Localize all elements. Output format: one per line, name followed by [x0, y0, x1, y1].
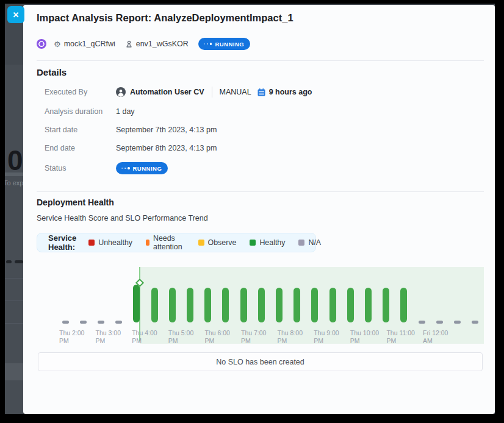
details-heading: Details	[37, 67, 67, 77]
report-meta-row: ⚙ mock1_qCRfwi env1_wGsKOR RUNNING	[37, 38, 250, 50]
monitored-service: ⚙ mock1_qCRfwi	[54, 40, 115, 48]
slo-empty-state: No SLO has been created	[38, 352, 483, 371]
environment-icon	[125, 40, 133, 48]
legend-item-unhealthy: Unhealthy	[88, 238, 132, 247]
x-tick-label: Thu 6:00PM	[204, 329, 239, 345]
legend-swatch	[146, 240, 149, 246]
detail-label: Status	[45, 164, 116, 172]
background-bar-fragment	[6, 260, 12, 263]
health-bar-thu-5-30-pm[interactable]	[187, 288, 193, 322]
environment-id: env1_wGsKOR	[136, 40, 189, 48]
legend-label: Healthy	[259, 238, 285, 247]
health-bar-thu-8-00-pm[interactable]	[276, 288, 283, 322]
detail-row-status: Status RUNNING	[45, 162, 168, 174]
legend-item-observe: Observe	[198, 238, 237, 247]
detail-value: 1 day	[116, 107, 135, 116]
health-bar-thu-9-30-pm[interactable]	[329, 288, 336, 322]
close-icon: ✕	[13, 10, 20, 20]
health-bar-thu-7-30-pm[interactable]	[258, 288, 265, 322]
legend-label: Observe	[208, 238, 237, 247]
status-badge: RUNNING	[116, 162, 168, 174]
health-bar-thu-3-30-pm[interactable]	[115, 321, 122, 324]
trigger-type: MANUAL	[220, 88, 251, 96]
detail-row-executed-by: Executed By Automation User CV MANUAL	[45, 86, 312, 98]
legend-label: N/A	[308, 238, 321, 247]
executed-by-user: Automation User CV	[130, 88, 204, 96]
executed-by-value: Automation User CV MANUAL 9 hours ago	[116, 87, 312, 98]
deployment-health-heading: Deployment Health	[37, 197, 114, 207]
detail-value: September 8th 2023, 4:13 pm	[116, 144, 217, 152]
monitored-service-id: mock1_qCRfwi	[64, 40, 115, 48]
executed-time-ago: 9 hours ago	[269, 88, 312, 96]
detail-label: Start date	[45, 126, 116, 134]
vertical-separator	[212, 87, 212, 98]
x-tick-label: Fri 12:00AM	[423, 329, 457, 345]
legend-item-n-a: N/A	[298, 238, 321, 247]
health-bar-thu-11-00-pm[interactable]	[383, 288, 389, 322]
legend-swatch	[88, 240, 95, 246]
health-bar-thu-3-00-pm[interactable]	[98, 321, 104, 324]
screenshot-frame: 0 To expa ✕ Impact Analysis Report: Anal…	[0, 0, 504, 423]
legend-title: Service Health:	[48, 233, 76, 252]
health-bar-thu-4-30-pm[interactable]	[151, 288, 158, 322]
background-count-fragment: 0	[7, 144, 23, 177]
detail-row-analysis-duration: Analysis duration 1 day	[45, 105, 135, 118]
x-tick-label: Thu 4:00PM	[132, 329, 166, 345]
status-badge-label: RUNNING	[133, 165, 162, 172]
legend-swatch	[298, 240, 304, 246]
legend-swatch	[250, 240, 256, 246]
health-bar-thu-10-00-pm[interactable]	[347, 288, 354, 322]
x-tick-label: Thu 5:00PM	[168, 329, 203, 345]
x-tick-label: Thu 3:00PM	[96, 329, 130, 345]
section-divider	[37, 191, 484, 192]
detail-label: End date	[45, 144, 116, 152]
health-bar-thu-7-00-pm[interactable]	[240, 288, 247, 322]
detail-label: Executed By	[45, 88, 116, 96]
legend-item-healthy: Healthy	[250, 238, 285, 247]
health-bar-thu-8-30-pm[interactable]	[293, 288, 300, 322]
health-bar-fri-1-00-am[interactable]	[454, 321, 461, 324]
health-bar-fri-12-00-am[interactable]	[419, 321, 425, 324]
user-avatar-icon	[116, 87, 126, 97]
health-score-chart: Thu 2:00PMThu 3:00PMThu 4:00PMThu 5:00PM…	[38, 263, 484, 349]
health-bar-thu-4-00-pm[interactable]	[133, 285, 140, 322]
x-tick-label: Thu 8:00PM	[278, 329, 312, 345]
calendar-icon	[257, 88, 265, 96]
legend-label: Unhealthy	[98, 238, 132, 247]
health-bar-thu-11-30-pm[interactable]	[400, 288, 407, 322]
service-reliability-module-icon	[37, 39, 46, 49]
detail-row-start-date: Start date September 7th 2023, 4:13 pm	[45, 124, 217, 136]
health-bar-fri-12-30-am[interactable]	[436, 321, 443, 324]
close-button[interactable]: ✕	[7, 6, 24, 23]
health-bar-thu-2-00-pm[interactable]	[62, 321, 69, 324]
legend-swatch	[198, 240, 204, 246]
health-bar-fri-1-30-am[interactable]	[472, 321, 478, 324]
detail-row-end-date: End date September 8th 2023, 4:13 pm	[45, 142, 217, 154]
detail-label: Analysis duration	[45, 107, 116, 116]
page-title: Impact Analysis Report: AnalyzeDeploymen…	[37, 12, 293, 24]
health-bar-thu-10-30-pm[interactable]	[365, 288, 372, 322]
legend-label: Needs attention	[153, 234, 185, 251]
running-pulse-icon	[121, 167, 130, 169]
environment: env1_wGsKOR	[125, 40, 189, 48]
deployment-health-subtitle: Service Health Score and SLO Performance…	[37, 214, 208, 222]
x-tick-label: Thu 10:00PM	[350, 329, 384, 345]
impact-analysis-report-modal: Impact Analysis Report: AnalyzeDeploymen…	[23, 5, 495, 414]
running-pulse-icon	[204, 43, 212, 45]
gear-icon: ⚙	[54, 40, 61, 48]
x-tick-label: Thu 9:00PM	[314, 329, 348, 345]
health-bar-thu-2-30-pm[interactable]	[80, 321, 87, 324]
x-tick-label: Thu 2:00PM	[59, 329, 93, 345]
status-badge-label: RUNNING	[215, 41, 244, 48]
x-tick-label: Thu 7:00PM	[241, 329, 275, 345]
service-health-legend: Service Health: UnhealthyNeeds attention…	[37, 233, 316, 252]
health-bar-thu-5-00-pm[interactable]	[169, 288, 176, 322]
detail-value: September 7th 2023, 4:13 pm	[116, 126, 217, 134]
health-bar-thu-6-00-pm[interactable]	[204, 288, 211, 322]
slo-empty-message: No SLO has been created	[216, 358, 304, 366]
health-bar-thu-6-30-pm[interactable]	[222, 288, 229, 322]
header-divider	[37, 60, 484, 61]
status-badge: RUNNING	[198, 38, 250, 50]
background-bar-fragment	[15, 260, 23, 263]
health-bar-thu-9-00-pm[interactable]	[311, 288, 318, 322]
